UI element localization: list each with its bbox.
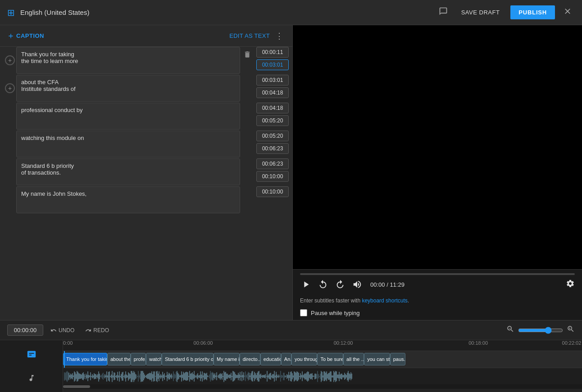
- timeline-clip[interactable]: My name i...: [214, 353, 240, 365]
- timeline-clip[interactable]: directo...: [240, 353, 260, 365]
- timeline-clip[interactable]: To be sure...: [317, 353, 343, 365]
- caption-textarea-6[interactable]: My name is John Stokes,: [16, 186, 240, 213]
- add-before-button-2: +: [4, 75, 16, 102]
- subtitles-hint: Enter subtitles faster with keyboard sho…: [293, 294, 582, 307]
- keyboard-shortcuts-link[interactable]: keyboard shortcuts: [362, 297, 407, 304]
- timeline-ruler: 00:00:00 00:06:00 00:12:00 00:18:00 00:2…: [63, 340, 582, 351]
- ruler-mark: 00:18:00: [468, 340, 488, 346]
- undo-button[interactable]: UNDO: [47, 325, 78, 335]
- ruler-mark: 00:12:00: [334, 340, 353, 346]
- caption-textarea-1[interactable]: Thank you for taking the time to learn m…: [16, 47, 240, 74]
- end-time-btn-2[interactable]: 00:04:18: [256, 87, 289, 98]
- timeline-right: 00:00:00 00:06:00 00:12:00 00:18:00 00:2…: [63, 340, 582, 392]
- pause-while-typing-row: Pause while typing: [293, 307, 582, 320]
- timeline-clip[interactable]: profe...: [131, 353, 146, 365]
- caption-textarea-4[interactable]: watching this module on: [16, 131, 240, 158]
- rewind-button[interactable]: [317, 279, 329, 290]
- timeline-clip[interactable]: about the C...: [107, 353, 131, 365]
- add-before-button-4: [4, 131, 16, 158]
- caption-row: professional conduct by 00:04:18 00:05:2…: [4, 103, 289, 130]
- ruler-mark: 00:00:00: [63, 340, 73, 346]
- add-before-button-3: [4, 103, 16, 130]
- add-before-button-1: +: [4, 47, 16, 74]
- waveform-track: [63, 368, 582, 384]
- video-panel: 00:00 / 11:29 Enter subtitles faster wit…: [293, 25, 582, 320]
- add-caption-button[interactable]: CAPTION: [7, 32, 44, 40]
- more-options-button[interactable]: ⋮: [273, 31, 285, 41]
- scrollbar-thumb[interactable]: [63, 385, 90, 388]
- forward-button[interactable]: [334, 279, 346, 290]
- add-before-button-5: [4, 158, 16, 185]
- start-time-btn-2[interactable]: 00:03:01: [256, 75, 289, 86]
- ruler-mark: 00:22:02: [562, 340, 582, 346]
- caption-row: Standard 6 b priority of transactions. 0…: [4, 158, 289, 185]
- edit-as-text-button[interactable]: EDIT AS TEXT: [229, 32, 270, 39]
- time-display: 00:00 / 11:29: [370, 281, 405, 288]
- timeline-clip[interactable]: paus...: [390, 353, 406, 365]
- timeline-scrollbar[interactable]: [63, 384, 582, 389]
- pause-while-typing-label: Pause while typing: [311, 310, 359, 316]
- start-time-btn-5[interactable]: 00:06:23: [256, 158, 289, 169]
- end-time-btn-5[interactable]: 00:10:00: [256, 171, 289, 182]
- start-time-btn-6[interactable]: 00:10:00: [256, 186, 289, 197]
- zoom-in-button[interactable]: [567, 325, 575, 335]
- captions-track-icon[interactable]: [27, 349, 36, 361]
- caption-row: + about the CFA Institute standards of 0…: [4, 75, 289, 102]
- timeline-clip[interactable]: Standard 6 b priority of ...: [162, 353, 214, 365]
- caption-panel: CAPTION EDIT AS TEXT ⋮ + Thank you for t…: [0, 25, 293, 320]
- timeline-toolbar: 00:00:00 UNDO REDO: [0, 320, 582, 340]
- caption-row: + Thank you for taking the time to learn…: [4, 47, 289, 74]
- app-logo-icon: ⊞: [7, 7, 15, 18]
- timeline-clip[interactable]: education...: [260, 353, 281, 365]
- start-time-btn-1[interactable]: 00:00:11: [256, 47, 289, 58]
- end-time-btn-4[interactable]: 00:06:23: [256, 143, 289, 154]
- timeline-clip[interactable]: An...: [281, 353, 291, 365]
- timeline-clip[interactable]: Thank you for takin...: [63, 353, 107, 365]
- timeline-clip[interactable]: you can st...: [364, 353, 390, 365]
- caption-textarea-5[interactable]: Standard 6 b priority of transactions.: [16, 158, 240, 185]
- start-time-btn-4[interactable]: 00:05:20: [256, 131, 289, 141]
- video-controls: 00:00 / 11:29: [293, 269, 582, 294]
- timeline-clip[interactable]: you through ...: [291, 353, 318, 365]
- redo-button[interactable]: REDO: [82, 325, 113, 335]
- publish-button[interactable]: PUBLISH: [510, 5, 555, 19]
- waveform-bar: [351, 374, 352, 379]
- main-layout: CAPTION EDIT AS TEXT ⋮ + Thank you for t…: [0, 25, 582, 320]
- caption-toolbar: CAPTION EDIT AS TEXT ⋮: [0, 25, 292, 47]
- audio-track-icon[interactable]: [27, 374, 36, 384]
- zoom-controls: [506, 325, 575, 335]
- pause-while-typing-checkbox[interactable]: [300, 309, 307, 316]
- close-button[interactable]: [560, 4, 575, 21]
- end-time-btn-3[interactable]: 00:05:20: [256, 115, 289, 126]
- zoom-slider[interactable]: [518, 327, 563, 334]
- timeline-current-time[interactable]: 00:00:00: [7, 324, 43, 336]
- timeline-clip[interactable]: watchi...: [146, 353, 162, 365]
- add-circle-icon-1[interactable]: +: [5, 55, 15, 65]
- header: ⊞ English (United States) SAVE DRAFT PUB…: [0, 0, 582, 25]
- video-display: [293, 25, 582, 269]
- caption-track: Thank you for takin...about the C...prof…: [63, 351, 582, 368]
- volume-button[interactable]: [351, 279, 363, 290]
- zoom-out-button[interactable]: [506, 325, 514, 335]
- progress-bar[interactable]: [300, 273, 575, 275]
- delete-caption-button-1[interactable]: [243, 50, 251, 60]
- add-circle-icon-2[interactable]: +: [5, 83, 15, 93]
- start-time-btn-3[interactable]: 00:04:18: [256, 103, 289, 113]
- caption-textarea-3[interactable]: professional conduct by: [16, 103, 240, 130]
- play-button[interactable]: [300, 279, 312, 290]
- caption-row: watching this module on 00:05:20 00:06:2…: [4, 131, 289, 158]
- timeline-clip[interactable]: all the ...: [343, 353, 364, 365]
- caption-textarea-2[interactable]: about the CFA Institute standards of: [16, 75, 240, 102]
- end-time-btn-1[interactable]: 00:03:01: [256, 59, 289, 70]
- settings-button[interactable]: [566, 279, 575, 290]
- add-before-button-6: [4, 186, 16, 213]
- save-draft-button[interactable]: SAVE DRAFT: [456, 6, 505, 18]
- caption-list: + Thank you for taking the time to learn…: [0, 47, 292, 320]
- timeline-track-icons: [0, 340, 63, 392]
- timeline-bar: 00:00:00 UNDO REDO: [0, 320, 582, 392]
- playhead[interactable]: [64, 351, 65, 368]
- page-title: English (United States): [20, 9, 431, 16]
- timeline-area: 00:00:00 00:06:00 00:12:00 00:18:00 00:2…: [0, 340, 582, 392]
- feedback-button[interactable]: [436, 4, 450, 21]
- ruler-mark: 00:06:00: [194, 340, 213, 346]
